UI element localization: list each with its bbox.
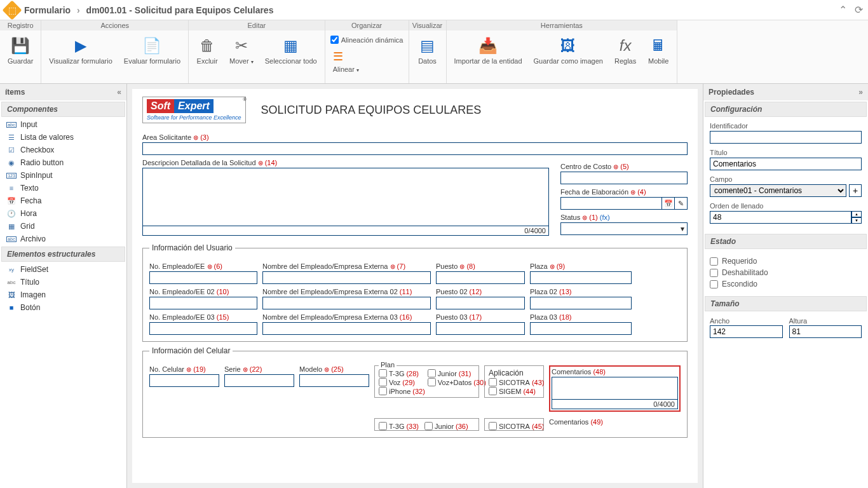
campo-select[interactable]: comente01 - Comentarios (710, 184, 846, 197)
comp-archivo[interactable]: abcArchivo (0, 233, 126, 245)
text-icon: ≡ (6, 184, 17, 192)
orden-up[interactable]: ▲ (851, 211, 862, 217)
comentarios-textarea[interactable] (552, 377, 678, 400)
dynamic-align-checkbox[interactable] (330, 36, 339, 44)
estructurales-header: Elementos estructurales (1, 247, 125, 262)
desc-counter: 0/4000 (142, 226, 549, 236)
area-input[interactable] (142, 142, 688, 155)
plaza2-input[interactable] (530, 297, 632, 309)
move-button[interactable]: ✂ Mover ▾ (224, 33, 259, 67)
sicotra-checkbox[interactable] (489, 378, 497, 386)
comp-fecha[interactable]: 📅Fecha (0, 194, 126, 207)
sigem-checkbox[interactable] (489, 387, 497, 395)
nom3-input[interactable] (262, 322, 431, 335)
comp-radio[interactable]: ◉Radio button (0, 156, 126, 169)
data-button[interactable]: ▤ Datos (412, 33, 444, 67)
delete-button[interactable]: 🗑 Excluir (191, 33, 223, 67)
fecha-input[interactable] (560, 197, 662, 210)
titulo-label: Título (710, 149, 862, 156)
fx-link[interactable]: (fx) (600, 214, 610, 221)
serie-input[interactable] (224, 374, 294, 387)
fieldset-celular: Información del Celular No. Celular ⊛ (1… (142, 351, 688, 438)
mobile-button[interactable]: 🖩 Mobile (642, 33, 674, 67)
plaza1-input[interactable] (530, 271, 632, 284)
comp-spin[interactable]: 123SpinInput (0, 169, 126, 182)
t3g-checkbox[interactable] (379, 369, 387, 377)
sicotra2-checkbox[interactable] (489, 422, 497, 430)
save-image-button[interactable]: 🖼 Guardar como imagen (529, 33, 608, 67)
app2-group: SICOTRA (45) (484, 418, 544, 431)
properties-title: Propiedades (709, 88, 754, 97)
file-icon: abc (6, 236, 17, 242)
comp-texto[interactable]: ≡Texto (0, 182, 126, 194)
junior-checkbox[interactable] (428, 369, 436, 377)
comp-checkbox[interactable]: ☑Checkbox (0, 144, 126, 156)
comp-hora[interactable]: 🕐Hora (0, 207, 126, 220)
refresh-icon[interactable]: ⟳ (855, 4, 863, 16)
ribbon: Registro 💾 Guardar Acciones ▶ Visualizar… (0, 20, 868, 84)
rules-button[interactable]: fx Reglas (609, 33, 641, 67)
breadcrumb-root[interactable]: Formulario (24, 5, 71, 15)
deshabilitado-checkbox[interactable] (710, 269, 718, 277)
save-button[interactable]: 💾 Guardar (3, 33, 38, 67)
comentarios-field-selected[interactable]: Comentarios (48) 0/4000 (549, 365, 681, 412)
junior2-checkbox[interactable] (424, 422, 433, 430)
evaluate-button[interactable]: 📄 Evaluar formulario (119, 33, 186, 67)
input-icon: abc (6, 122, 17, 128)
emp3-input[interactable] (149, 322, 257, 335)
nom1-input[interactable] (262, 271, 431, 284)
image-icon: 🖼 (560, 34, 576, 57)
preview-button[interactable]: ▶ Visualizar formulario (44, 33, 117, 67)
ribbon-group-editar: Editar (189, 20, 325, 30)
vozdatos-checkbox[interactable] (428, 378, 436, 386)
clear-date-icon[interactable]: ✎ (675, 197, 688, 210)
comp-titulo[interactable]: abcTítulo (0, 276, 126, 288)
comentarios2-field[interactable]: Comentarios (49) (549, 418, 681, 427)
comp-lista[interactable]: ☰Lista de valores (0, 131, 126, 144)
orden-input[interactable] (710, 211, 851, 224)
emp2-input[interactable] (149, 297, 257, 309)
mobile-icon: 🖩 (651, 34, 666, 57)
date-icon: 📅 (6, 197, 17, 205)
add-field-button[interactable]: + (849, 184, 862, 197)
select-all-button[interactable]: ▦ Seleccionar todo (260, 33, 322, 67)
collapse-right-icon[interactable]: » (858, 88, 863, 97)
ribbon-group-organizar: Organizar (325, 20, 409, 30)
puesto1-input[interactable] (436, 271, 525, 284)
comp-input[interactable]: abcInput (0, 118, 126, 131)
collapse-left-icon[interactable]: « (117, 88, 121, 97)
puesto3-input[interactable] (436, 322, 525, 335)
orden-down[interactable]: ▼ (851, 217, 862, 224)
escondido-checkbox[interactable] (710, 280, 718, 288)
plaza3-input[interactable] (530, 322, 632, 335)
iphone-checkbox[interactable] (379, 387, 387, 395)
voz-checkbox[interactable] (379, 378, 387, 386)
nocel-input[interactable] (149, 374, 219, 387)
nom2-input[interactable] (262, 297, 431, 309)
t3g2-checkbox[interactable] (379, 422, 387, 430)
emp1-input[interactable] (149, 271, 257, 284)
collapse-icon[interactable]: ⌃ (839, 4, 847, 16)
ancho-input[interactable] (710, 325, 783, 338)
puesto2-input[interactable] (436, 297, 525, 309)
dynamic-align-label: Alineación dinámica (341, 36, 403, 44)
centro-input[interactable] (560, 172, 688, 184)
align-button[interactable]: ☰ Alinear ▾ (328, 46, 406, 75)
comp-imagen[interactable]: 🖼Imagen (0, 288, 126, 301)
comp-boton[interactable]: ■Botón (0, 301, 126, 314)
canvas-area[interactable]: ® SoftExpert Software for Performance Ex… (127, 84, 703, 488)
altura-input[interactable] (789, 325, 862, 338)
desc-textarea[interactable] (142, 168, 549, 226)
comp-grid[interactable]: ▦Grid (0, 220, 126, 233)
calendar-icon[interactable]: 📅 (662, 197, 675, 210)
id-label: Identificador (710, 122, 862, 130)
titulo-input[interactable] (710, 158, 862, 170)
modelo-input[interactable] (299, 374, 369, 387)
requerido-checkbox[interactable] (710, 257, 718, 266)
campo-label: Campo (710, 175, 862, 183)
comp-fieldset[interactable]: xyFieldSet (0, 263, 126, 276)
ancho-label: Ancho (710, 317, 729, 325)
import-button[interactable]: 📥 Importar de la entidad (449, 33, 527, 67)
status-select[interactable]: ▾ (560, 222, 688, 235)
id-input[interactable] (710, 131, 862, 144)
